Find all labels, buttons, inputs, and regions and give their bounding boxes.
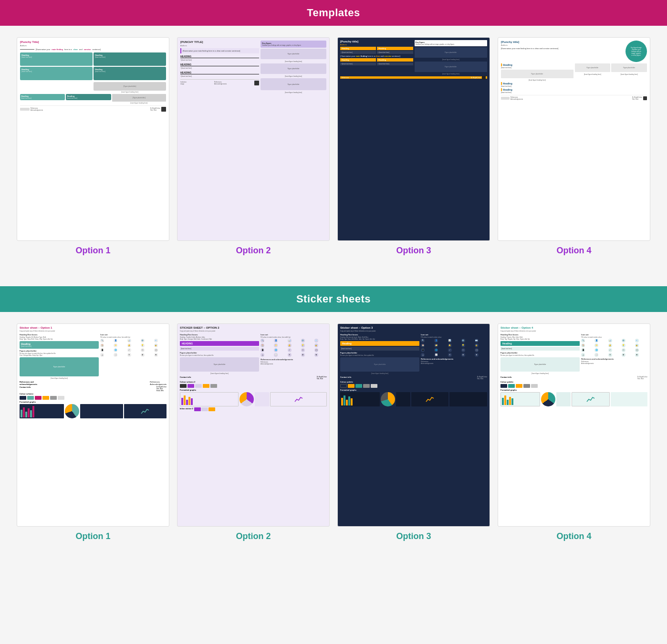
template-card-3[interactable]: [Punchy title] Authors Heading Heading •… <box>337 37 490 241</box>
sticker-option-3[interactable]: Sticker sheet – Option 3 Copy and paste … <box>337 323 490 542</box>
stickers-grid: Sticker sheet – Option 1 Copy and paste … <box>14 323 653 542</box>
s4-subtitle: Copy and paste any of these elements on … <box>500 330 647 332</box>
s1-subtitle: Copy and paste any of these elements on … <box>20 330 167 332</box>
template-option-3[interactable]: [Punchy title] Authors Heading Heading •… <box>337 37 490 256</box>
sticker-card-2[interactable]: STICKER SHEET – OPTION 2 Copy and paste … <box>177 323 330 527</box>
template-option-1-label: Option 1 <box>76 246 111 256</box>
template-option-2[interactable]: [PUNCHY TITLE] Authors [Summarise your m… <box>177 37 330 256</box>
sticker-option-3-label: Option 3 <box>396 531 431 541</box>
t1-authors: Authors <box>20 44 166 47</box>
sticker-option-4-label: Option 4 <box>557 531 592 541</box>
sticker-option-1-label: Option 1 <box>76 531 111 541</box>
sticker-card-4[interactable]: Sticker sheet – Option 4 Copy and paste … <box>498 323 650 527</box>
template-option-4-label: Option 4 <box>557 246 592 256</box>
s3-subtitle: Copy and paste any of these elements on … <box>340 330 487 332</box>
templates-section: [Punchy Title] Authors [Summarise your m… <box>0 26 667 277</box>
stickers-banner-text: Sticker sheets <box>296 293 371 305</box>
sticker-option-1[interactable]: Sticker sheet – Option 1 Copy and paste … <box>17 323 169 542</box>
templates-banner-text: Templates <box>307 7 360 19</box>
s2-title: STICKER SHEET – OPTION 2 <box>180 326 327 329</box>
template-option-1[interactable]: [Punchy Title] Authors [Summarise your m… <box>17 37 169 256</box>
template-option-3-label: Option 3 <box>396 246 431 256</box>
sticker-option-4[interactable]: Sticker sheet – Option 4 Copy and paste … <box>498 323 650 542</box>
t1-summary: [Summarise your main finding here in a c… <box>20 48 166 51</box>
stickers-banner-bar: Sticker sheets <box>0 286 667 312</box>
sticker-option-2-label: Option 2 <box>236 531 271 541</box>
template-card-4[interactable]: [Punchy title] Authors [Summarise your m… <box>498 37 650 241</box>
templates-banner-bar: Templates <box>0 0 667 26</box>
template-card-1[interactable]: [Punchy Title] Authors [Summarise your m… <box>17 37 169 241</box>
s3-title: Sticker sheet – Option 3 <box>340 326 487 329</box>
template-card-2[interactable]: [PUNCHY TITLE] Authors [Summarise your m… <box>177 37 330 241</box>
s4-title: Sticker sheet – Option 4 <box>500 326 647 329</box>
s1-title: Sticker sheet – Option 1 <box>20 326 167 329</box>
stickers-section: Sticker sheet – Option 1 Copy and paste … <box>0 312 667 563</box>
t1-title: [Punchy Title] <box>20 41 166 43</box>
sticker-card-1[interactable]: Sticker sheet – Option 1 Copy and paste … <box>17 323 169 527</box>
sticker-option-2[interactable]: STICKER SHEET – OPTION 2 Copy and paste … <box>177 323 330 542</box>
template-option-2-label: Option 2 <box>236 246 271 256</box>
templates-grid: [Punchy Title] Authors [Summarise your m… <box>14 37 653 256</box>
sticker-card-3[interactable]: Sticker sheet – Option 3 Copy and paste … <box>337 323 490 527</box>
template-option-4[interactable]: [Punchy title] Authors [Summarise your m… <box>498 37 650 256</box>
s2-subtitle: Copy and paste any of these elements on … <box>180 330 327 332</box>
